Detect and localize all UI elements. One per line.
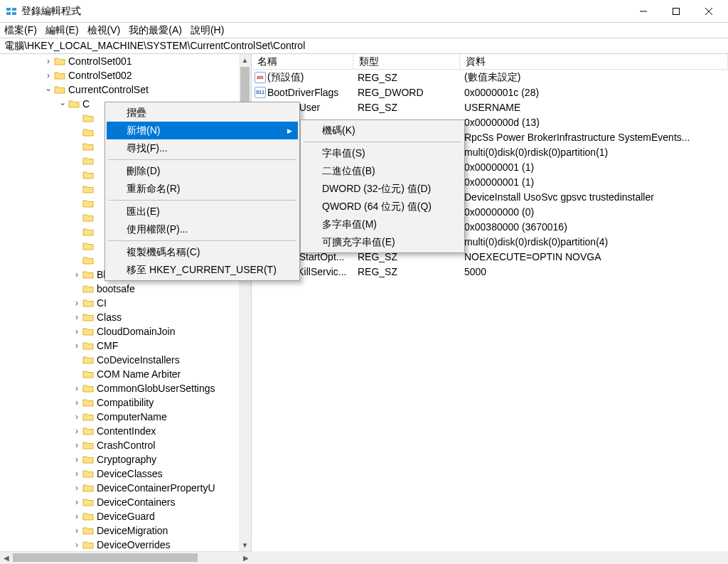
menu-delete[interactable]: 刪除(D)	[107, 162, 298, 180]
expand-icon[interactable]: ›	[71, 383, 82, 393]
expand-icon[interactable]: ⌄	[43, 83, 54, 93]
close-button[interactable]	[692, 1, 725, 22]
col-type[interactable]: 類型	[353, 54, 460, 69]
scroll-right-icon[interactable]: ▶	[240, 552, 252, 564]
menu-collapse[interactable]: 摺疊	[107, 104, 298, 122]
tree-item[interactable]: ›CrashControl	[0, 438, 251, 452]
menu-edit[interactable]: 編輯(E)	[46, 24, 79, 37]
menu-favorites[interactable]: 我的最愛(A)	[129, 24, 182, 37]
tree-item-label: DeviceClasses	[97, 468, 163, 479]
menu-file[interactable]: 檔案(F)	[4, 24, 37, 37]
value-type: REG_SZ	[353, 266, 460, 277]
expand-icon[interactable]: ›	[43, 56, 54, 66]
menu-new-expandstring[interactable]: 可擴充字串值(E)	[302, 233, 463, 251]
menu-new-qword[interactable]: QWORD (64 位元) 值(Q)	[302, 198, 463, 216]
folder-icon	[82, 355, 94, 365]
tree-item[interactable]: ›CloudDomainJoin	[0, 324, 251, 339]
tree-item-label: ContentIndex	[97, 425, 156, 437]
menu-rename[interactable]: 重新命名(R)	[107, 180, 298, 198]
col-name[interactable]: 名稱	[252, 54, 353, 69]
expand-icon[interactable]: ›	[71, 398, 82, 408]
menu-new-binary[interactable]: 二進位值(B)	[302, 162, 463, 180]
value-row[interactable]: ab(預設值)REG_SZ(數值未設定)	[252, 70, 728, 85]
expand-icon[interactable]: ›	[71, 312, 82, 322]
tree-item[interactable]: ⌄CurrentControlSet	[0, 83, 251, 97]
menu-new[interactable]: 新增(N)	[107, 122, 298, 139]
tree-item[interactable]: bootsafe	[0, 282, 251, 296]
minimize-button[interactable]	[627, 1, 660, 22]
tree-item[interactable]: ›DeviceContainerPropertyU	[0, 481, 251, 495]
menu-view[interactable]: 檢視(V)	[87, 24, 121, 37]
menu-goto-hkcu[interactable]: 移至 HKEY_CURRENT_USER(T)	[107, 261, 298, 279]
tree-item[interactable]: ›DeviceOverrides	[0, 538, 251, 551]
maximize-button[interactable]	[660, 1, 692, 22]
tree-item[interactable]: ›ControlSet001	[0, 54, 251, 68]
expand-icon[interactable]: ›	[71, 326, 82, 336]
tree-item[interactable]: ›ContentIndex	[0, 424, 251, 438]
expand-icon[interactable]: ›	[71, 540, 82, 550]
expand-icon[interactable]: ›	[71, 526, 82, 536]
folder-icon	[82, 156, 94, 166]
expand-icon[interactable]: ›	[71, 511, 82, 521]
tree-item[interactable]: CoDeviceInstallers	[0, 353, 251, 367]
folder-icon	[82, 454, 94, 464]
tree-hscrollbar[interactable]: ◀ ▶	[0, 551, 252, 563]
tree-item[interactable]: ›Compatibility	[0, 395, 251, 410]
expand-icon[interactable]: ›	[71, 497, 82, 507]
menu-find[interactable]: 尋找(F)...	[107, 139, 298, 157]
expand-icon[interactable]: ›	[71, 426, 82, 436]
value-data: NOEXECUTE=OPTIN NOVGA	[460, 251, 728, 262]
menu-new-dword[interactable]: DWORD (32-位元) 值(D)	[302, 180, 463, 198]
col-data[interactable]: 資料	[460, 54, 728, 69]
tree-item[interactable]: ›DeviceMigration	[0, 523, 251, 538]
tree-item[interactable]: ›DeviceContainers	[0, 495, 251, 509]
tree-item[interactable]: ›CMF	[0, 339, 251, 353]
folder-icon	[82, 198, 94, 208]
tree-item[interactable]: ›DeviceGuard	[0, 509, 251, 523]
tree-item[interactable]: ›ControlSet002	[0, 68, 251, 83]
value-data: RpcSs Power BrokerInfrastructure SystemE…	[460, 132, 728, 143]
value-type: REG_SZ	[353, 102, 460, 113]
expand-icon[interactable]: ›	[71, 298, 82, 308]
menu-permissions[interactable]: 使用權限(P)...	[107, 220, 298, 238]
expand-icon[interactable]: ›	[71, 454, 82, 464]
expand-icon[interactable]: ›	[71, 440, 82, 450]
menu-new-key[interactable]: 機碼(K)	[302, 122, 463, 139]
separator	[108, 159, 296, 160]
expand-icon[interactable]: ›	[71, 341, 82, 351]
menu-new-string[interactable]: 字串值(S)	[302, 144, 463, 162]
folder-icon	[82, 227, 94, 237]
value-row[interactable]: abntUserREG_SZUSERNAME	[252, 100, 728, 115]
scroll-thumb-h[interactable]	[13, 553, 198, 562]
tree-item[interactable]: ›Class	[0, 310, 251, 324]
tree-item[interactable]: COM Name Arbiter	[0, 367, 251, 381]
tree-item[interactable]: ›Cryptography	[0, 452, 251, 467]
value-row[interactable]: abWaitToKillServic...REG_SZ5000	[252, 264, 728, 279]
scroll-left-icon[interactable]: ◀	[0, 552, 12, 564]
folder-icon	[54, 70, 65, 80]
expand-icon[interactable]: ›	[71, 412, 82, 422]
tree-item[interactable]: ›CommonGlobUserSettings	[0, 381, 251, 395]
expand-icon[interactable]: ›	[43, 70, 54, 80]
expand-icon[interactable]: ›	[71, 270, 82, 280]
tree-item[interactable]: ›CI	[0, 296, 251, 310]
tree-item[interactable]: ›ComputerName	[0, 410, 251, 424]
scroll-down-icon[interactable]: ▼	[239, 539, 251, 551]
svg-rect-3	[12, 12, 16, 15]
menu-export[interactable]: 匯出(E)	[107, 203, 298, 220]
expand-icon[interactable]: ⌄	[57, 97, 68, 107]
window-title: 登錄編輯程式	[21, 5, 81, 18]
scroll-up-icon[interactable]: ▲	[239, 54, 251, 66]
tree-item-label: bootsafe	[97, 283, 135, 294]
menu-copy-keyname[interactable]: 複製機碼名稱(C)	[107, 243, 298, 261]
expand-icon[interactable]: ›	[71, 469, 82, 479]
tree-item-label: CMF	[97, 340, 118, 351]
address-bar[interactable]: 電腦\HKEY_LOCAL_MACHINE\SYSTEM\CurrentCont…	[0, 38, 728, 54]
menu-help[interactable]: 說明(H)	[191, 24, 224, 37]
expand-icon[interactable]: ›	[71, 483, 82, 493]
tree-item-label: Cryptography	[97, 454, 156, 465]
menu-new-multistring[interactable]: 多字串值(M)	[302, 216, 463, 233]
value-row[interactable]: 011BootDriverFlagsREG_DWORD0x0000001c (2…	[252, 85, 728, 100]
tree-item[interactable]: ›DeviceClasses	[0, 467, 251, 481]
binary-value-icon: 011	[255, 87, 266, 98]
